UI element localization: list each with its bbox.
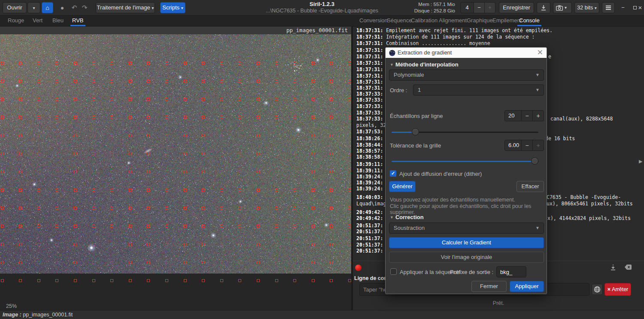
- gradient-sample-marker[interactable]: [165, 98, 168, 101]
- gradient-sample-marker[interactable]: [257, 62, 260, 65]
- gradient-sample-marker[interactable]: [37, 243, 40, 246]
- gradient-sample-marker[interactable]: [1, 116, 4, 119]
- gradient-sample-marker[interactable]: [312, 98, 315, 101]
- gradient-sample-marker[interactable]: [275, 80, 278, 83]
- gradient-sample-marker[interactable]: [184, 152, 187, 155]
- gradient-sample-marker[interactable]: [55, 134, 58, 137]
- tab-alignement[interactable]: Alignement: [437, 16, 468, 26]
- gradient-sample-marker[interactable]: [19, 261, 22, 264]
- gradient-sample-marker[interactable]: [348, 261, 351, 264]
- gradient-sample-marker[interactable]: [238, 243, 241, 246]
- tolerance-increment-button[interactable]: +: [532, 140, 544, 151]
- gradient-sample-marker[interactable]: [330, 189, 333, 192]
- gradient-sample-marker[interactable]: [1, 80, 4, 83]
- record-button[interactable]: ●: [56, 2, 68, 13]
- gradient-sample-marker[interactable]: [220, 279, 223, 282]
- gradient-sample-marker[interactable]: [275, 279, 278, 282]
- tab-rvb[interactable]: RVB: [70, 16, 85, 26]
- gradient-sample-marker[interactable]: [147, 225, 150, 228]
- output-prefix-input[interactable]: [496, 266, 526, 277]
- tolerance-value[interactable]: 6.00: [504, 140, 522, 151]
- bit-depth-dropdown[interactable]: 32 bits ▾: [574, 2, 599, 13]
- gradient-sample-marker[interactable]: [55, 80, 58, 83]
- gradient-sample-marker[interactable]: [1, 279, 4, 282]
- gradient-sample-marker[interactable]: [1, 134, 4, 137]
- gradient-sample-marker[interactable]: [202, 80, 205, 83]
- gradient-sample-marker[interactable]: [147, 116, 150, 119]
- gradient-sample-marker[interactable]: [202, 116, 205, 119]
- gradient-sample-marker[interactable]: [92, 189, 95, 192]
- gradient-sample-marker[interactable]: [202, 170, 205, 173]
- gradient-sample-marker[interactable]: [220, 189, 223, 192]
- gradient-sample-marker[interactable]: [184, 170, 187, 173]
- gradient-sample-marker[interactable]: [257, 243, 260, 246]
- gradient-sample-marker[interactable]: [19, 189, 22, 192]
- gradient-sample-marker[interactable]: [220, 152, 223, 155]
- gradient-sample-marker[interactable]: [202, 62, 205, 65]
- gradient-sample-marker[interactable]: [184, 225, 187, 228]
- gradient-sample-marker[interactable]: [275, 116, 278, 119]
- dither-checkbox[interactable]: ✓: [390, 170, 396, 177]
- gradient-sample-marker[interactable]: [165, 189, 168, 192]
- gradient-sample-marker[interactable]: [92, 279, 95, 282]
- gradient-sample-marker[interactable]: [110, 243, 113, 246]
- gradient-sample-marker[interactable]: [147, 62, 150, 65]
- gradient-sample-marker[interactable]: [330, 261, 333, 264]
- open-button[interactable]: Ouvrir: [3, 2, 27, 13]
- gradient-sample-marker[interactable]: [330, 207, 333, 210]
- gradient-sample-marker[interactable]: [348, 170, 351, 173]
- gradient-sample-marker[interactable]: [275, 152, 278, 155]
- gradient-sample-marker[interactable]: [238, 279, 241, 282]
- gradient-sample-marker[interactable]: [220, 243, 223, 246]
- gradient-sample-marker[interactable]: [147, 170, 150, 173]
- stop-button[interactable]: ×Arrêter: [605, 283, 631, 296]
- gradient-sample-marker[interactable]: [19, 80, 22, 83]
- gradient-sample-marker[interactable]: [275, 134, 278, 137]
- gradient-sample-marker[interactable]: [202, 243, 205, 246]
- gradient-sample-marker[interactable]: [257, 207, 260, 210]
- gradient-sample-marker[interactable]: [165, 170, 168, 173]
- gradient-sample-marker[interactable]: [37, 62, 40, 65]
- home-button[interactable]: ⌂: [42, 2, 53, 13]
- slider-knob[interactable]: [412, 128, 419, 135]
- gradient-sample-marker[interactable]: [238, 62, 241, 65]
- gradient-sample-marker[interactable]: [275, 98, 278, 101]
- open-dropdown-button[interactable]: ▾: [27, 2, 40, 13]
- gradient-sample-marker[interactable]: [330, 243, 333, 246]
- correction-section-header[interactable]: ▼Correction: [390, 214, 424, 220]
- gradient-sample-marker[interactable]: [312, 152, 315, 155]
- gradient-sample-marker[interactable]: [330, 98, 333, 101]
- gradient-sample-marker[interactable]: [92, 152, 95, 155]
- gradient-sample-marker[interactable]: [147, 279, 150, 282]
- gradient-sample-marker[interactable]: [238, 261, 241, 264]
- gradient-sample-marker[interactable]: [110, 134, 113, 137]
- gradient-sample-marker[interactable]: [1, 98, 4, 101]
- gradient-sample-marker[interactable]: [37, 225, 40, 228]
- gradient-sample-marker[interactable]: [293, 261, 296, 264]
- gradient-sample-marker[interactable]: [37, 170, 40, 173]
- dialog-close-icon[interactable]: ✕: [537, 48, 543, 57]
- gradient-sample-marker[interactable]: [275, 225, 278, 228]
- gradient-sample-marker[interactable]: [202, 207, 205, 210]
- gradient-sample-marker[interactable]: [55, 116, 58, 119]
- gradient-sample-marker[interactable]: [147, 134, 150, 137]
- gradient-sample-marker[interactable]: [257, 189, 260, 192]
- gradient-sample-marker[interactable]: [74, 225, 77, 228]
- gradient-sample-marker[interactable]: [330, 225, 333, 228]
- tab-rouge[interactable]: Rouge: [6, 16, 26, 26]
- gradient-sample-marker[interactable]: [147, 189, 150, 192]
- gradient-sample-marker[interactable]: [37, 152, 40, 155]
- gradient-sample-marker[interactable]: [110, 189, 113, 192]
- online-help-button[interactable]: [592, 284, 603, 295]
- image-number-decrement-button[interactable]: −: [474, 2, 485, 13]
- gradient-sample-marker[interactable]: [129, 62, 132, 65]
- gradient-sample-marker[interactable]: [257, 80, 260, 83]
- correction-method-dropdown[interactable]: Soustraction▼: [389, 223, 544, 234]
- gradient-sample-marker[interactable]: [257, 170, 260, 173]
- gradient-sample-marker[interactable]: [74, 207, 77, 210]
- gradient-sample-marker[interactable]: [330, 170, 333, 173]
- gradient-sample-marker[interactable]: [110, 80, 113, 83]
- gradient-sample-marker[interactable]: [312, 80, 315, 83]
- gradient-sample-marker[interactable]: [293, 279, 296, 282]
- gradient-sample-marker[interactable]: [330, 62, 333, 65]
